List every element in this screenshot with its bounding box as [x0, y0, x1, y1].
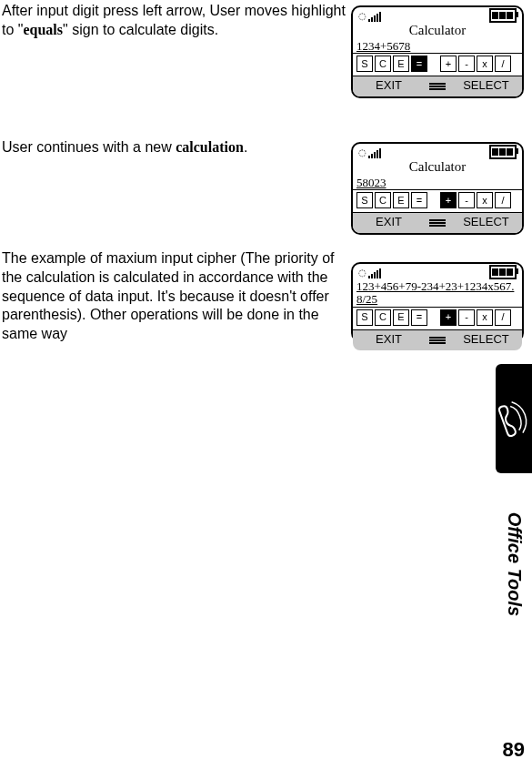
softkey-exit[interactable]: EXIT [353, 78, 425, 94]
section-tab-phone [496, 364, 532, 473]
softkey-select[interactable]: SELECT [450, 78, 522, 94]
calc-key-s[interactable]: S [356, 56, 373, 72]
calc-title: Calculator [353, 22, 522, 40]
calculator-screen-2: ◌ Calculator 58023 S C E = + - x / EXIT … [351, 142, 524, 235]
softkey-exit[interactable]: EXIT [353, 332, 425, 348]
calc-key-plus[interactable]: + [440, 192, 457, 208]
calc-key-minus[interactable]: - [458, 56, 475, 72]
signal-bars [368, 268, 382, 278]
battery-icon [489, 8, 517, 23]
softkey-menu-icon[interactable] [425, 83, 450, 90]
section-label-text: Office Tools [503, 512, 527, 616]
calc-key-plus[interactable]: + [440, 56, 457, 72]
signal-bars [368, 147, 382, 158]
signal-icon: ◌ [358, 147, 366, 158]
calc-key-plus[interactable]: + [440, 309, 457, 326]
battery-icon [489, 145, 517, 159]
p2-bold: calculation [176, 139, 244, 155]
calc-key-equals[interactable]: = [411, 192, 427, 208]
calc-key-mult[interactable]: x [477, 56, 493, 72]
calc-key-div[interactable]: / [495, 192, 511, 208]
status-bar: ◌ [353, 144, 522, 158]
calc-key-c[interactable]: C [375, 192, 391, 208]
softkey-exit[interactable]: EXIT [353, 215, 425, 230]
paragraph-2: User continues with a new calculation. [2, 138, 347, 157]
status-bar: ◌ [353, 264, 522, 278]
calc-key-minus[interactable]: - [458, 192, 475, 208]
softkey-menu-icon[interactable] [425, 337, 450, 344]
calc-key-mult[interactable]: x [477, 192, 493, 208]
phone-icon [495, 397, 532, 440]
signal-icon: ◌ [358, 10, 366, 22]
calc-key-equals[interactable]: = [411, 309, 427, 326]
paragraph-3: The example of maxium input cipher (The … [2, 249, 347, 344]
page-number: 89 [503, 737, 525, 764]
calc-expression: 123+456+79-234+23+1234x567.8/25 [353, 278, 522, 308]
softkey-bar: EXIT SELECT [353, 76, 522, 96]
calc-key-mult[interactable]: x [477, 309, 493, 326]
softkey-select[interactable]: SELECT [450, 332, 522, 348]
calculator-screen-1: ◌ Calculator 1234+5678 S C E = + - x / E… [351, 5, 524, 98]
calc-key-e[interactable]: E [393, 56, 409, 72]
calc-expression: 1234+5678 [353, 40, 522, 54]
softkey-select[interactable]: SELECT [450, 215, 522, 230]
section-label: Office Tools [501, 482, 528, 646]
calc-expression: 58023 [353, 177, 522, 190]
p2-text-a: User continues with a new [2, 139, 176, 155]
calculator-screen-3: ◌ 123+456+79-234+23+1234x567.8/25 S C E … [351, 262, 524, 342]
calc-key-e[interactable]: E [393, 309, 409, 326]
calc-key-div[interactable]: / [495, 309, 511, 326]
p3-text: The example of maxium input cipher (The … [2, 250, 334, 341]
calc-key-c[interactable]: C [375, 309, 391, 326]
calc-key-equals[interactable]: = [411, 56, 427, 72]
calc-key-row: S C E = + - x / [353, 54, 522, 76]
signal-icon: ◌ [358, 267, 366, 278]
calc-key-s[interactable]: S [356, 192, 373, 208]
signal-bars [368, 11, 382, 22]
softkey-bar: EXIT SELECT [353, 329, 522, 350]
paragraph-1: After input digit press left arrow, User… [2, 2, 347, 40]
p1-text-c: " sign to calculate digits. [63, 22, 218, 37]
calc-key-e[interactable]: E [393, 192, 409, 208]
calc-key-row: S C E = + - x / [353, 190, 522, 212]
calc-key-row: S C E = + - x / [353, 308, 522, 329]
battery-icon [489, 265, 517, 279]
softkey-bar: EXIT SELECT [353, 212, 522, 233]
calc-key-div[interactable]: / [495, 56, 511, 72]
calc-key-s[interactable]: S [356, 309, 373, 326]
calc-key-minus[interactable]: - [458, 309, 475, 326]
softkey-menu-icon[interactable] [425, 219, 450, 227]
calc-key-c[interactable]: C [375, 56, 391, 72]
p1-bold: equals [23, 22, 63, 37]
status-bar: ◌ [353, 7, 522, 22]
p2-text-c: . [244, 139, 247, 155]
calc-title: Calculator [353, 158, 522, 177]
